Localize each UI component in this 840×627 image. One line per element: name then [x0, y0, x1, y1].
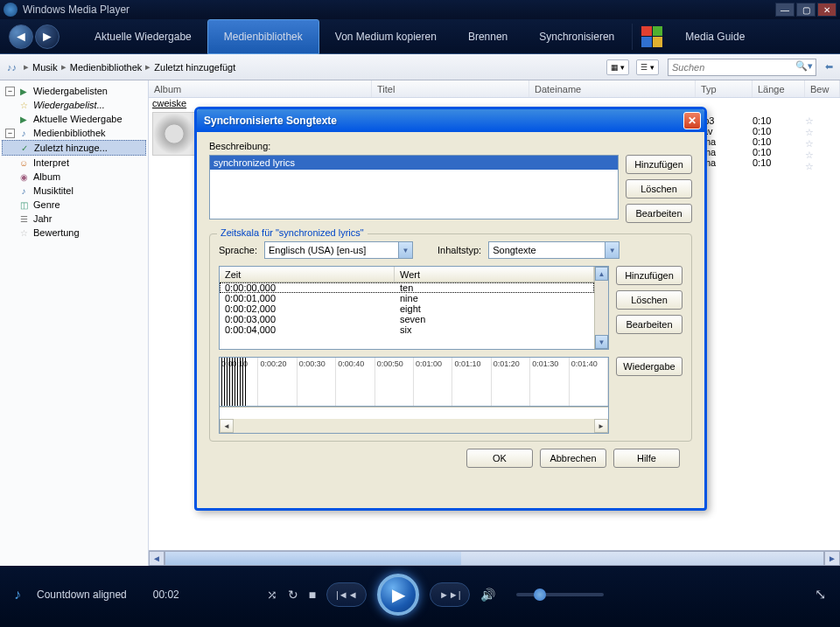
desc-delete-button[interactable]: Löschen [626, 179, 692, 199]
col-type[interactable]: Typ [696, 80, 752, 97]
tree-playlists[interactable]: −▶Wiedergabelisten [2, 84, 146, 98]
scroll-left-icon[interactable]: ◄ [149, 551, 164, 566]
maximize-button[interactable]: ▢ [796, 3, 816, 17]
crumb-recent[interactable]: Zuletzt hinzugefügt [154, 62, 235, 73]
chevron-down-icon[interactable]: ▼ [605, 242, 619, 258]
repeat-button[interactable]: ↻ [288, 588, 298, 602]
tree-genre[interactable]: ◫Genre [2, 198, 146, 212]
horizontal-scrollbar[interactable]: ◄ ► [149, 550, 840, 566]
collapse-icon[interactable]: − [5, 129, 15, 138]
time-value-grid[interactable]: Zeit Wert 0:00:00,000ten 0:00:01,000nine… [219, 266, 609, 350]
back-arrow-icon[interactable]: ⬅ [825, 61, 833, 73]
tree-songs[interactable]: ♪Musiktitel [2, 184, 146, 198]
tree-rating[interactable]: ☆Bewertung [2, 226, 146, 240]
tree-artist[interactable]: ☺Interpret [2, 156, 146, 170]
dialog-close-button[interactable]: ✕ [683, 112, 701, 129]
col-filename[interactable]: Dateiname [529, 80, 696, 97]
ok-button[interactable]: OK [466, 449, 533, 468]
sync-lyrics-dialog: Synchronisierte Songtexte ✕ Beschreibung… [194, 107, 707, 511]
grid-row[interactable]: 0:00:04,000six [220, 324, 594, 335]
scroll-left-icon[interactable]: ◄ [220, 419, 234, 433]
col-length[interactable]: Länge [752, 80, 805, 97]
playback-button[interactable]: Wiedergabe [616, 357, 682, 376]
search-input[interactable] [668, 59, 816, 76]
language-combobox[interactable]: Englisch (USA) [en-us]▼ [264, 241, 413, 259]
crumb-music[interactable]: Musik [32, 62, 58, 73]
nav-tab-sync[interactable]: Synchronisieren [523, 19, 630, 54]
rating-stars-icon[interactable]: ☆ [805, 150, 831, 161]
grid-edit-button[interactable]: Bearbeiten [616, 315, 682, 334]
music-icon: ♪♪ [7, 62, 17, 73]
track-length: 0:10 [752, 126, 805, 136]
scroll-right-icon[interactable]: ► [824, 551, 840, 566]
contenttype-label: Inhaltstyp: [438, 245, 481, 255]
grid-add-button[interactable]: Hinzufügen [616, 266, 682, 285]
nav-back-button[interactable]: ◄ [9, 24, 33, 49]
fullscreen-toggle-icon[interactable]: ⤡ [815, 586, 826, 603]
grid-row[interactable]: 0:00:02,000eight [220, 303, 594, 314]
previous-button[interactable]: |◄◄ [326, 582, 367, 607]
nav-tab-now-playing[interactable]: Aktuelle Wiedergabe [79, 19, 207, 54]
now-playing-title: Countdown aligned [37, 589, 127, 601]
col-album[interactable]: Album [149, 80, 372, 97]
nav-forward-button[interactable]: ► [35, 24, 60, 49]
nav-tab-burn[interactable]: Brennen [452, 19, 523, 54]
nav-tab-rip[interactable]: Von Medium kopieren [319, 19, 452, 54]
volume-slider[interactable] [516, 593, 604, 596]
grid-col-value[interactable]: Wert [395, 267, 594, 282]
chevron-down-icon[interactable]: ▼ [398, 242, 412, 258]
description-listbox[interactable]: synchronized lyrics [209, 155, 619, 219]
grid-row[interactable]: 0:00:01,000nine [220, 293, 594, 303]
now-playing-icon: ♪ [14, 587, 30, 603]
tree-library[interactable]: −♪Medienbibliothek [2, 126, 146, 140]
track-length: 0:10 [752, 115, 805, 126]
stop-button[interactable]: ■ [309, 588, 316, 602]
help-button[interactable]: Hilfe [613, 449, 680, 468]
rating-stars-icon[interactable]: ☆ [805, 161, 831, 172]
cancel-button[interactable]: Abbrechen [540, 449, 606, 468]
volume-icon[interactable]: 🔊 [480, 588, 495, 602]
grid-row[interactable]: 0:00:00,000ten [220, 282, 594, 293]
view-options-button[interactable]: ☰ ▾ [636, 59, 659, 75]
timeline-scrollbar[interactable]: ◄► [220, 419, 608, 433]
col-title[interactable]: Titel [372, 80, 529, 97]
scroll-up-icon[interactable]: ▲ [595, 267, 608, 281]
tree-album[interactable]: ◉Album [2, 170, 146, 184]
nav-tab-library[interactable]: Medienbibliothek [207, 19, 319, 54]
collapse-icon[interactable]: − [5, 87, 15, 96]
desc-add-button[interactable]: Hinzufügen [626, 155, 692, 174]
close-button[interactable]: ✕ [817, 3, 836, 17]
search-icon[interactable]: 🔍▾ [795, 60, 813, 72]
timeline-view[interactable]: 0:00:100:00:200:00:300:00:400:00:500:01:… [219, 357, 609, 434]
grid-vertical-scrollbar[interactable]: ▲ ▼ [594, 267, 608, 349]
description-item[interactable]: synchronized lyrics [210, 156, 618, 170]
grid-row[interactable]: 0:00:03,000seven [220, 314, 594, 324]
rating-stars-icon[interactable]: ☆ [805, 138, 831, 150]
group-legend: Zeitskala für "synchronized lyrics" [217, 227, 368, 238]
tree-now-playing[interactable]: ▶Aktuelle Wiedergabe [2, 112, 146, 126]
rating-stars-icon[interactable]: ☆ [805, 115, 831, 127]
tree-year[interactable]: ☰Jahr [2, 212, 146, 226]
col-rating[interactable]: Bew [805, 80, 840, 97]
scroll-down-icon[interactable]: ▼ [595, 335, 608, 349]
scroll-right-icon[interactable]: ► [594, 419, 608, 433]
grid-col-time[interactable]: Zeit [220, 267, 395, 282]
tree-recently-added[interactable]: ✓Zuletzt hinzuge... [2, 140, 146, 156]
grid-delete-button[interactable]: Löschen [616, 290, 682, 310]
language-label: Sprache: [219, 245, 257, 255]
track-length: 0:10 [752, 157, 805, 168]
next-button[interactable]: ►►| [430, 582, 470, 607]
tree-playlist-item[interactable]: ☆Wiedergabelist... [2, 98, 146, 112]
windows-logo-icon [641, 26, 662, 47]
desc-edit-button[interactable]: Bearbeiten [626, 204, 692, 223]
view-layout-button[interactable]: ▦ ▾ [606, 59, 629, 75]
minimize-button[interactable]: — [775, 3, 794, 17]
nav-media-guide[interactable]: Media Guide [669, 19, 760, 54]
app-title: Windows Media Player [23, 3, 774, 16]
contenttype-combobox[interactable]: Songtexte▼ [488, 241, 620, 259]
rating-stars-icon[interactable]: ☆ [805, 127, 831, 138]
play-button[interactable]: ▶ [377, 574, 419, 616]
crumb-library[interactable]: Medienbibliothek [70, 62, 143, 73]
shuffle-button[interactable]: ⤮ [267, 588, 277, 602]
dialog-titlebar[interactable]: Synchronisierte Songtexte ✕ [197, 109, 704, 132]
